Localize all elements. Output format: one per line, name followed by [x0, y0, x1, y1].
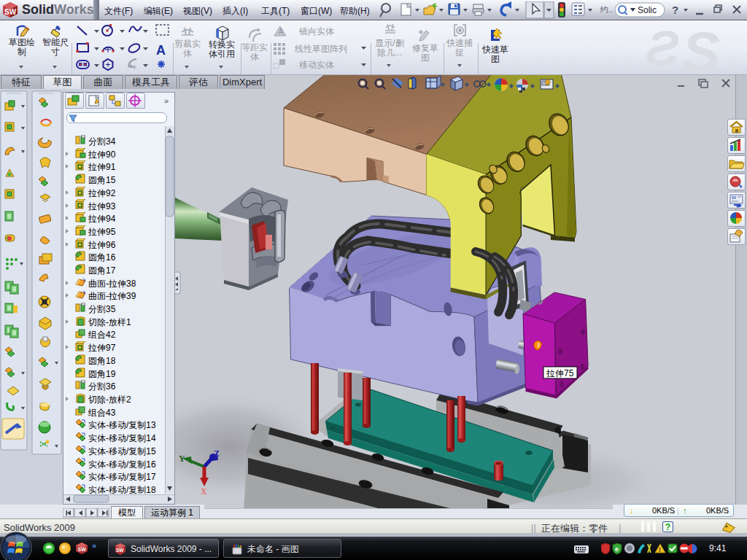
svg-text:e: e: [615, 545, 619, 553]
svg-text:约..: 约..: [600, 5, 613, 14]
svg-text:?: ?: [672, 4, 678, 16]
svg-text:»: »: [92, 541, 96, 550]
svg-text:Y: Y: [179, 454, 185, 464]
svg-text:Ƨ: Ƨ: [646, 20, 679, 74]
svg-text:X: X: [201, 486, 207, 497]
svg-text:Solic: Solic: [638, 5, 657, 15]
svg-text:SW: SW: [78, 547, 87, 552]
svg-text:Z: Z: [214, 448, 220, 459]
svg-text:拉伸75: 拉伸75: [546, 368, 574, 378]
svg-text:A: A: [279, 28, 284, 36]
svg-text:S: S: [682, 20, 720, 74]
svg-text:SW: SW: [116, 548, 124, 553]
svg-text:SW: SW: [4, 8, 17, 16]
svg-text:A: A: [156, 43, 166, 58]
svg-text:!: !: [659, 546, 661, 553]
